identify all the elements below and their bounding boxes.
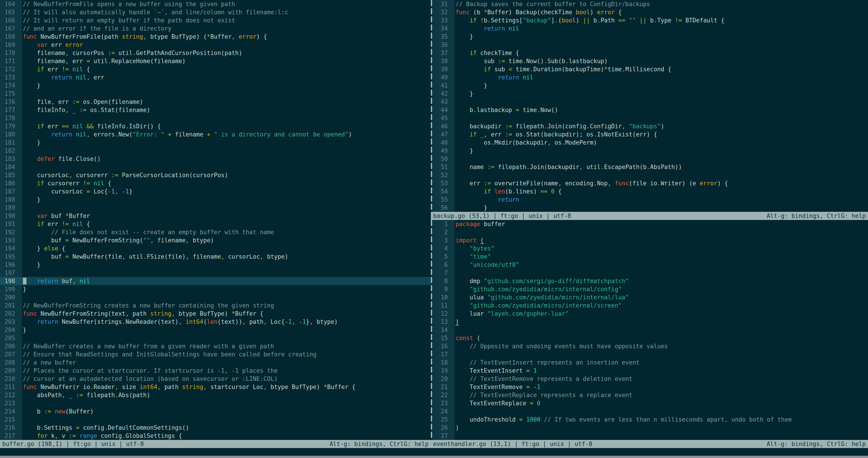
code-line-32[interactable]: 32func (b *Buffer) Backup(checkTime bool… <box>433 8 868 16</box>
code-line-14[interactable]: 14 <box>433 326 868 334</box>
code-line-172[interactable]: 172 if err != nil { <box>0 65 431 73</box>
code-line-41[interactable]: 41 } <box>433 82 868 90</box>
code-line-193[interactable]: 193 buf = NewBufferFromString("", filena… <box>0 236 431 245</box>
code-line-169[interactable]: 169 var err error <box>0 41 431 49</box>
code-line-196[interactable]: 196 } <box>0 261 431 269</box>
code-line-167[interactable]: 167// and an error if the file is a dire… <box>0 24 431 33</box>
code-line-208[interactable]: 208// a new buffer <box>0 359 431 367</box>
code-line-214[interactable]: 214 b := new(Buffer) <box>0 407 431 416</box>
code-line-5[interactable]: 5 "time" <box>433 253 868 261</box>
code-line-178[interactable]: 178 <box>0 114 431 122</box>
code-line-20[interactable]: 20 // TextEventRemove represents a delet… <box>433 375 868 383</box>
code-line-211[interactable]: 211func NewBuffer(r io.Reader, size int6… <box>0 383 431 391</box>
code-line-198[interactable]: 198 return buf, nil <box>0 277 431 285</box>
code-line-44[interactable]: 44 b.lastbackup = time.Now() <box>433 106 868 114</box>
code-line-181[interactable]: 181 } <box>0 139 431 147</box>
code-line-37[interactable]: 37 if checkTime { <box>433 49 868 57</box>
code-line-173[interactable]: 173 return nil, err <box>0 73 431 82</box>
code-line-175[interactable]: 175 <box>0 90 431 98</box>
code-line-25[interactable]: 25 undoThreshold = 1000 // If two events… <box>433 416 868 424</box>
code-line-201[interactable]: 201// NewBufferFromString creates a new … <box>0 302 431 310</box>
code-line-210[interactable]: 210// cursor at an autodetected location… <box>0 375 431 383</box>
code-line-200[interactable]: 200 <box>0 293 431 302</box>
code-line-170[interactable]: 170 filename, cursorPos := util.GetPathA… <box>0 49 431 57</box>
code-line-9[interactable]: 9 "github.com/zyedidia/micro/internal/co… <box>433 285 868 293</box>
code-line-199[interactable]: 199} <box>0 285 431 293</box>
code-line-19[interactable]: 19 TextEventInsert = 1 <box>433 367 868 375</box>
code-line-4[interactable]: 4 "bytes" <box>433 245 868 253</box>
code-line-216[interactable]: 216 b.Settings = config.DefaultCommonSet… <box>0 424 431 432</box>
code-line-213[interactable]: 213 <box>0 399 431 407</box>
code-line-3[interactable]: 3import ( <box>433 236 868 245</box>
code-line-1[interactable]: 1package buffer <box>433 220 868 228</box>
code-line-17[interactable]: 17 <box>433 350 868 359</box>
code-line-184[interactable]: 184 <box>0 163 431 171</box>
code-line-39[interactable]: 39 if sub < time.Duration(backupTime)*ti… <box>433 65 868 73</box>
code-line-204[interactable]: 204} <box>0 326 431 334</box>
code-line-174[interactable]: 174 } <box>0 82 431 90</box>
code-line-40[interactable]: 40 return nil <box>433 73 868 82</box>
code-line-36[interactable]: 36 <box>433 41 868 49</box>
code-line-190[interactable]: 190 var buf *Buffer <box>0 212 431 220</box>
code-line-50[interactable]: 50 <box>433 155 868 163</box>
code-line-38[interactable]: 38 sub := time.Now().Sub(b.lastbackup) <box>433 57 868 65</box>
code-line-26[interactable]: 26) <box>433 424 868 432</box>
code-line-202[interactable]: 202func NewBufferFromString(text, path s… <box>0 310 431 318</box>
code-line-13[interactable]: 13) <box>433 318 868 326</box>
code-line-10[interactable]: 10 ulua "github.com/zyedidia/micro/inter… <box>433 293 868 302</box>
code-line-15[interactable]: 15const ( <box>433 334 868 342</box>
code-line-180[interactable]: 180 return nil, errors.New("Error: " + f… <box>0 130 431 139</box>
code-line-205[interactable]: 205 <box>0 334 431 342</box>
code-line-206[interactable]: 206// NewBuffer creates a new buffer fro… <box>0 342 431 350</box>
code-line-186[interactable]: 186 if cursorerr != nil { <box>0 179 431 188</box>
editor-pane-buffer-go[interactable]: 164// NewBufferFromFile opens a new buff… <box>0 0 431 440</box>
code-line-56[interactable]: 56 } <box>433 204 868 212</box>
code-line-187[interactable]: 187 cursorLoc = Loc{-1, -1} <box>0 188 431 196</box>
code-line-177[interactable]: 177 fileInfo, _ := os.Stat(filename) <box>0 106 431 114</box>
code-line-183[interactable]: 183 defer file.Close() <box>0 155 431 163</box>
code-line-12[interactable]: 12 luar "layeh.com/gopher-luar" <box>433 310 868 318</box>
code-line-217[interactable]: 217 for k, v := range config.GlobalSetti… <box>0 432 431 440</box>
code-line-166[interactable]: 166// It will return an empty buffer if … <box>0 16 431 24</box>
code-line-188[interactable]: 188 } <box>0 196 431 204</box>
code-line-51[interactable]: 51 name := filepath.Join(backupdir, util… <box>433 163 868 171</box>
code-line-55[interactable]: 55 return <box>433 196 868 204</box>
code-line-209[interactable]: 209// Places the cursor at startcursor. … <box>0 367 431 375</box>
code-line-52[interactable]: 52 <box>433 171 868 179</box>
code-line-171[interactable]: 171 filename, err = util.ReplaceHome(fil… <box>0 57 431 65</box>
editor-pane-backup-go[interactable]: 31// Backup saves the current buffer to … <box>433 0 868 212</box>
code-line-197[interactable]: 197 <box>0 269 431 277</box>
code-line-31[interactable]: 31// Backup saves the current buffer to … <box>433 0 868 8</box>
code-line-23[interactable]: 23 TextEventReplace = 0 <box>433 399 868 407</box>
code-line-2[interactable]: 2 <box>433 228 868 236</box>
code-line-48[interactable]: 48 os.Mkdir(backupdir, os.ModePerm) <box>433 139 868 147</box>
code-line-18[interactable]: 18 // TextEventInsert represents an inse… <box>433 359 868 367</box>
code-line-191[interactable]: 191 if err != nil { <box>0 220 431 228</box>
code-line-42[interactable]: 42 } <box>433 90 868 98</box>
code-line-194[interactable]: 194 } else { <box>0 245 431 253</box>
code-line-212[interactable]: 212 absPath, _ := filepath.Abs(path) <box>0 391 431 399</box>
code-line-35[interactable]: 35 } <box>433 33 868 41</box>
code-line-22[interactable]: 22 // TextEventReplace represents a repl… <box>433 391 868 399</box>
code-line-27[interactable]: 27 <box>433 432 868 440</box>
code-line-33[interactable]: 33 if !b.Settings["backup"].(bool) || b.… <box>433 16 868 24</box>
code-line-46[interactable]: 46 backupdir := filepath.Join(config.Con… <box>433 122 868 130</box>
code-line-182[interactable]: 182 <box>0 147 431 155</box>
code-line-49[interactable]: 49 } <box>433 147 868 155</box>
code-line-53[interactable]: 53 err := overwriteFile(name, encoding.N… <box>433 179 868 188</box>
code-line-207[interactable]: 207// Ensure that ReadSettings and InitG… <box>0 350 431 359</box>
code-line-179[interactable]: 179 if err == nil && fileInfo.IsDir() { <box>0 122 431 130</box>
code-line-176[interactable]: 176 file, err := os.Open(filename) <box>0 98 431 106</box>
code-line-47[interactable]: 47 if _, err := os.Stat(backupdir); os.I… <box>433 130 868 139</box>
code-line-7[interactable]: 7 <box>433 269 868 277</box>
code-line-189[interactable]: 189 <box>0 204 431 212</box>
code-line-165[interactable]: 165// It will also automatically handle … <box>0 8 431 16</box>
code-line-45[interactable]: 45 <box>433 114 868 122</box>
code-line-8[interactable]: 8 dmp "github.com/sergi/go-diff/diffmatc… <box>433 277 868 285</box>
code-line-16[interactable]: 16 // Opposite and undoing events must h… <box>433 342 868 350</box>
code-line-192[interactable]: 192 // File does not exist -- create an … <box>0 228 431 236</box>
code-line-203[interactable]: 203 return NewBuffer(strings.NewReader(t… <box>0 318 431 326</box>
code-line-43[interactable]: 43 <box>433 98 868 106</box>
code-line-21[interactable]: 21 TextEventRemove = -1 <box>433 383 868 391</box>
code-line-6[interactable]: 6 "unicode/utf8" <box>433 261 868 269</box>
